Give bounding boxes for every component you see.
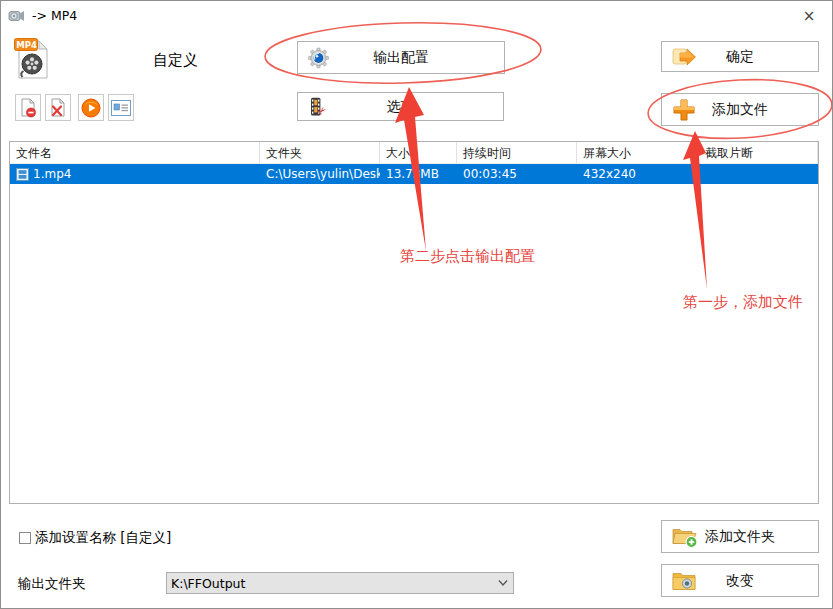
app-icon (8, 7, 25, 24)
mp4-badge-label: MP4 (16, 40, 37, 50)
column-header-size[interactable]: 大小 (380, 142, 457, 163)
append-name-checkbox-row[interactable]: 添加设置名称 [自定义] (19, 529, 171, 547)
file-list[interactable]: 文件名 文件夹 大小 持续时间 屏幕大小 截取片断 1.mp4 C:\Users… (9, 141, 819, 504)
cell-screensize: 432x240 (577, 167, 699, 181)
add-folder-button[interactable]: 添加文件夹 (661, 520, 819, 553)
change-folder-button[interactable]: 改变 (661, 564, 819, 597)
options-button[interactable]: ✂ 选项 (297, 92, 504, 121)
cell-duration: 00:03:45 (457, 167, 577, 181)
column-header-screensize[interactable]: 屏幕大小 (577, 142, 699, 163)
preset-name-label: 自定义 (153, 51, 198, 70)
arrow-right-icon (672, 46, 697, 67)
cell-size: 13.73MB (380, 167, 457, 181)
remove-file-button[interactable] (15, 94, 41, 121)
plus-icon (672, 98, 696, 122)
cell-filename: 1.mp4 (10, 167, 260, 181)
append-name-label: 添加设置名称 [自定义] (35, 529, 171, 547)
folder-camera-icon (672, 571, 696, 590)
append-name-checkbox[interactable] (19, 532, 31, 544)
table-row-selected[interactable]: 1.mp4 C:\Users\yulin\Desk... 13.73MB 00:… (10, 164, 818, 184)
mp4-preset-icon: MP4 (14, 38, 50, 80)
chevron-down-icon[interactable] (493, 580, 513, 586)
file-info-icon (111, 100, 131, 116)
filename-text: 1.mp4 (33, 167, 71, 181)
add-file-button[interactable]: 添加文件 (661, 93, 819, 126)
video-file-icon (16, 168, 29, 181)
convert-to-mp4-dialog: -> MP4 × MP4 自定义 (0, 0, 833, 609)
remove-file-icon (19, 98, 37, 118)
file-list-header: 文件名 文件夹 大小 持续时间 屏幕大小 截取片断 (10, 142, 818, 164)
column-header-folder[interactable]: 文件夹 (260, 142, 380, 163)
output-folder-label: 输出文件夹 (18, 575, 86, 593)
gear-icon (308, 47, 329, 68)
window-title: -> MP4 (32, 1, 77, 31)
column-header-clip[interactable]: 截取片断 (699, 142, 818, 163)
clear-list-button[interactable] (45, 94, 71, 121)
titlebar: -> MP4 × (1, 1, 832, 31)
column-header-filename[interactable]: 文件名 (10, 142, 260, 163)
column-header-duration[interactable]: 持续时间 (457, 142, 577, 163)
output-folder-value: K:\FFOutput (167, 576, 493, 591)
cell-folder: C:\Users\yulin\Desk... (260, 167, 380, 181)
close-button[interactable]: × (792, 3, 826, 29)
options-label: 选项 (298, 98, 503, 116)
play-button[interactable] (78, 94, 104, 121)
file-info-button[interactable] (108, 94, 134, 121)
filmstrip-scissors-icon: ✂ (308, 97, 328, 117)
play-icon (81, 98, 101, 118)
output-config-button[interactable]: 输出配置 (297, 41, 505, 74)
ok-button[interactable]: 确定 (661, 41, 819, 72)
output-folder-combobox[interactable]: K:\FFOutput (166, 572, 514, 594)
folder-plus-icon (672, 525, 698, 548)
clear-list-icon (49, 98, 67, 118)
